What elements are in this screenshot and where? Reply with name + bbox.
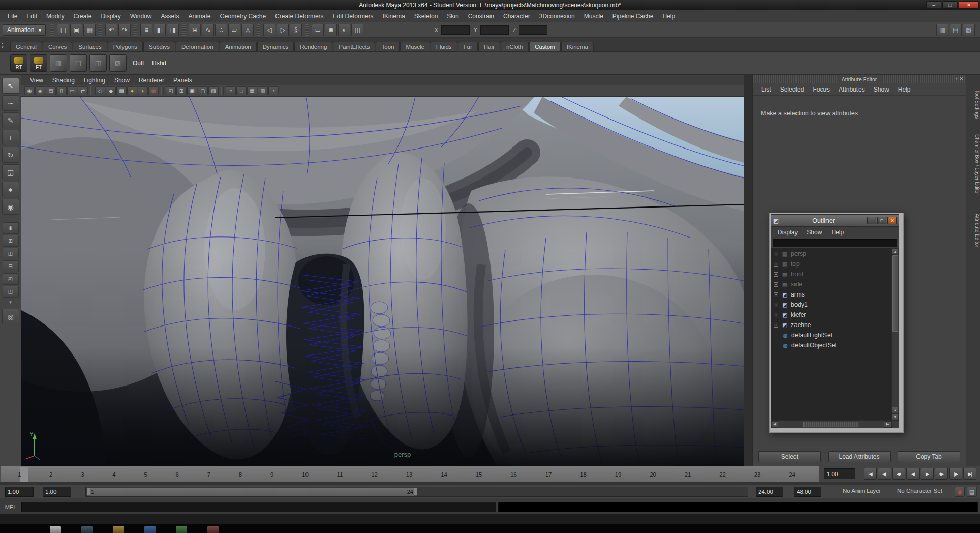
- persp-graph-layout-button[interactable]: ⊟: [3, 260, 19, 272]
- play-backwards-button[interactable]: ◀: [906, 468, 920, 480]
- show-tool-settings-icon[interactable]: ▤: [950, 24, 962, 36]
- range-slider-track[interactable]: 1 24: [85, 487, 748, 497]
- menu-pipeline-cache[interactable]: Pipeline Cache: [608, 11, 658, 21]
- x-input[interactable]: [441, 25, 470, 35]
- menu-skeleton[interactable]: Skeleton: [410, 11, 443, 21]
- shelf-tab-curves[interactable]: Curves: [43, 42, 72, 51]
- shelf-tab-fluids[interactable]: Fluids: [431, 42, 457, 51]
- ae-menu-focus[interactable]: Focus: [808, 85, 834, 94]
- vp-menu-show[interactable]: Show: [110, 76, 134, 85]
- menu-animate[interactable]: Animate: [183, 11, 215, 21]
- vp-menu-renderer[interactable]: Renderer: [134, 76, 169, 85]
- shelf-button-hypershade[interactable]: Hshd: [150, 54, 168, 72]
- shaded-display-icon[interactable]: ◆: [106, 86, 116, 95]
- vp-menu-shading[interactable]: Shading: [48, 76, 79, 85]
- select-camera-icon[interactable]: ◉: [24, 86, 35, 95]
- taskbar-app-icon[interactable]: [50, 526, 61, 533]
- range-slider-active-range[interactable]: 1 24: [87, 488, 417, 496]
- shelf-tab-polygons[interactable]: Polygons: [108, 42, 143, 51]
- step-back-one-key-button[interactable]: ◀•: [892, 468, 905, 480]
- custom-shelf-icon[interactable]: ◫: [89, 54, 107, 72]
- scroll-up-icon[interactable]: ▲: [892, 407, 899, 413]
- wireframe-display-icon[interactable]: ◇: [95, 86, 105, 95]
- outliner-horizontal-scrollbar[interactable]: ◀ ▶: [771, 420, 891, 428]
- select-by-object-icon[interactable]: ◧: [154, 24, 166, 36]
- outliner-title-bar[interactable]: ◩ Outliner – □ ✕: [771, 215, 899, 227]
- render-settings-icon[interactable]: ◫: [351, 24, 363, 36]
- shelf-arrow-up-icon[interactable]: ▴: [2, 41, 4, 45]
- ae-menu-selected[interactable]: Selected: [776, 85, 809, 94]
- step-forward-one-key-button[interactable]: •▶: [935, 468, 948, 480]
- expand-icon[interactable]: +: [774, 323, 778, 328]
- menu-constrain[interactable]: Constrain: [464, 11, 499, 21]
- ae-menu-show[interactable]: Show: [869, 85, 894, 94]
- snap-to-grids-icon[interactable]: ⊞: [189, 24, 201, 36]
- xray-display-icon[interactable]: ◔: [268, 86, 279, 95]
- menu-skin[interactable]: Skin: [442, 11, 463, 21]
- taskbar-app-icon[interactable]: [144, 526, 156, 533]
- shelf-tab-muscle[interactable]: Muscle: [400, 42, 430, 51]
- lasso-tool-button[interactable]: ∽: [2, 95, 19, 111]
- animation-start-field[interactable]: [5, 487, 34, 497]
- outliner-minimize-button[interactable]: –: [867, 217, 876, 224]
- menu-file[interactable]: File: [3, 11, 22, 21]
- input-connections-icon[interactable]: ◁: [263, 24, 275, 36]
- custom-shelf-icon[interactable]: ▦: [50, 54, 67, 72]
- soft-modification-tool-button[interactable]: ◉: [2, 199, 19, 215]
- shelf-tab-subdivs[interactable]: Subdivs: [143, 42, 175, 51]
- render-current-frame-icon[interactable]: ◙: [325, 24, 337, 36]
- close-icon[interactable]: ✕: [959, 76, 963, 81]
- character-set-selector[interactable]: No Character Set: [897, 488, 942, 494]
- maximize-button[interactable]: □: [942, 1, 958, 9]
- outliner-item-defaultlightset[interactable]: ◍ defaultLightSet: [771, 330, 891, 340]
- persp-outliner-layout-button[interactable]: ◫: [3, 248, 19, 259]
- menu-muscle[interactable]: Muscle: [579, 11, 608, 21]
- anim-layer-selector[interactable]: No Anim Layer: [843, 488, 881, 494]
- isolate-select-icon[interactable]: ◰: [166, 86, 176, 95]
- outliner-item-top[interactable]: + ▦ top: [771, 259, 891, 269]
- expand-icon[interactable]: +: [774, 272, 778, 277]
- grid-display-icon[interactable]: ▦: [247, 86, 257, 95]
- lock-camera-icon[interactable]: ◈: [35, 86, 45, 95]
- range-end-handle[interactable]: [414, 488, 417, 496]
- film-gate-icon[interactable]: ▢: [198, 86, 208, 95]
- ae-menu-list[interactable]: List: [757, 85, 776, 94]
- field-chart-icon[interactable]: ⊞: [176, 86, 187, 95]
- range-start-handle[interactable]: [87, 488, 90, 496]
- outliner-item-kiefer[interactable]: + ◩ kiefer: [771, 310, 891, 320]
- expand-icon[interactable]: +: [774, 303, 778, 307]
- panel-splitter[interactable]: [744, 75, 752, 466]
- select-by-hierarchy-icon[interactable]: ≡: [140, 24, 152, 36]
- snap-to-points-icon[interactable]: ∴: [215, 24, 227, 36]
- ipr-render-icon[interactable]: ◐: [338, 24, 350, 36]
- command-input[interactable]: [21, 502, 496, 512]
- hypershade-persp-layout-button[interactable]: ◰: [3, 273, 19, 285]
- shelf-tab-animation[interactable]: Animation: [220, 42, 257, 51]
- shelf-tab-custom[interactable]: Custom: [529, 42, 561, 51]
- camera-attributes-icon[interactable]: ▤: [46, 86, 56, 95]
- shelf-tab-painteffects[interactable]: PaintEffects: [333, 42, 375, 51]
- undo-icon[interactable]: ↶: [105, 24, 117, 36]
- shelf-tab-general[interactable]: General: [10, 42, 42, 51]
- command-language-toggle[interactable]: MEL: [0, 504, 21, 510]
- outliner-vertical-scrollbar[interactable]: ▲ ▲ ▼: [891, 248, 899, 420]
- gate-mask-icon[interactable]: ▧: [208, 86, 219, 95]
- y-input[interactable]: [480, 25, 509, 35]
- shelf-tab-ncloth[interactable]: nCloth: [501, 42, 529, 51]
- expand-icon[interactable]: +: [774, 262, 778, 266]
- select-button[interactable]: Select: [758, 451, 821, 462]
- bookmarks-icon[interactable]: ▯: [56, 86, 67, 95]
- hud-display-icon[interactable]: ▥: [258, 86, 268, 95]
- select-tool-button[interactable]: ↖: [2, 78, 19, 94]
- go-to-playback-start-button[interactable]: |◀: [864, 468, 877, 480]
- show-attribute-editor-icon[interactable]: ▧: [963, 24, 975, 36]
- auto-keyframe-icon[interactable]: ◉: [955, 487, 965, 497]
- menu-geometry-cache[interactable]: Geometry Cache: [216, 11, 271, 21]
- step-forward-one-frame-button[interactable]: |▶: [949, 468, 962, 480]
- taskbar-app-icon[interactable]: [176, 526, 187, 533]
- menu-character[interactable]: Character: [499, 11, 535, 21]
- expand-icon[interactable]: +: [774, 313, 778, 317]
- shelf-tab-surfaces[interactable]: Surfaces: [73, 42, 107, 51]
- scrollbar-track[interactable]: [892, 332, 899, 407]
- outliner-maximize-button[interactable]: □: [877, 217, 886, 224]
